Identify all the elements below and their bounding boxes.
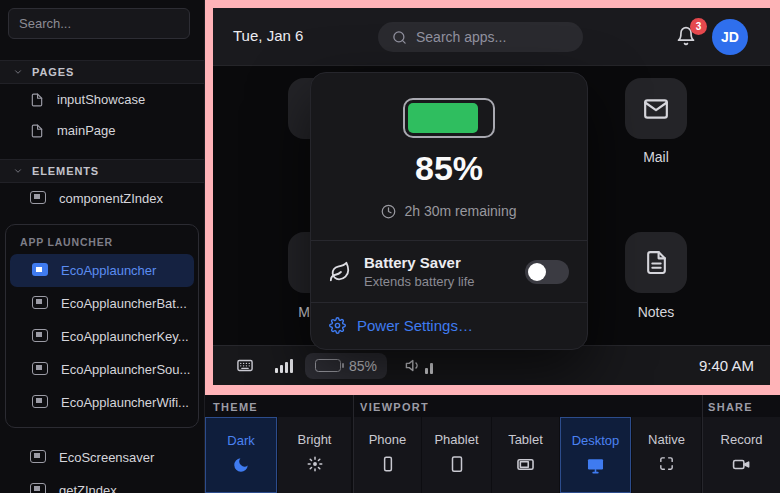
phablet-icon <box>448 455 466 473</box>
component-icon <box>30 483 46 493</box>
mail-icon <box>643 96 669 122</box>
sidebar-item-ecoapplauncherkey[interactable]: EcoApplauncherKey... <box>10 320 194 353</box>
button-label: Desktop <box>572 433 620 448</box>
group-label: APP LAUNCHER <box>10 231 194 254</box>
sidebar-item-label: EcoApplauncher <box>61 263 156 278</box>
section-label: ELEMENTS <box>32 165 99 177</box>
theme-section-label: THEME <box>213 401 258 413</box>
signal-bars-icon[interactable] <box>275 359 293 373</box>
sidebar-item-label: EcoApplauncherSou... <box>61 362 190 377</box>
sidebar-item-label: EcoApplauncherBat... <box>61 296 187 311</box>
sidebar-item-label: EcoApplauncherWifi... <box>61 395 189 410</box>
battery-saver-row: Battery Saver Extends battery life <box>311 241 587 302</box>
viewport-section-label: VIEWPORT <box>360 401 429 413</box>
button-label: Dark <box>227 433 254 448</box>
viewport-desktop-button[interactable]: Desktop <box>560 417 631 493</box>
sidebar-item-label: inputShowcase <box>57 92 145 107</box>
button-label: Phone <box>369 432 407 447</box>
battery-status-button[interactable]: 85% <box>305 353 387 379</box>
power-settings-label: Power Settings… <box>357 317 473 334</box>
theme-dark-button[interactable]: Dark <box>205 417 277 493</box>
date-label: Tue, Jan 6 <box>233 27 303 44</box>
viewport-phablet-button[interactable]: Phablet <box>422 417 491 493</box>
section-label: PAGES <box>32 66 74 78</box>
component-icon <box>32 362 48 378</box>
notes-icon <box>644 250 669 275</box>
gear-icon <box>329 317 346 334</box>
sidebar-item-ecoapplauncherwifi[interactable]: EcoApplauncherWifi... <box>10 386 194 419</box>
search-icon <box>392 30 407 45</box>
sidebar-search-input[interactable] <box>8 8 190 39</box>
desktop-icon <box>586 456 605 475</box>
sidebar-item-label: mainPage <box>57 123 116 138</box>
sun-icon <box>306 455 324 473</box>
app-launcher-group: APP LAUNCHER EcoApplauncher EcoApplaunch… <box>5 224 199 428</box>
section-header-elements[interactable]: ELEMENTS <box>0 159 204 183</box>
file-icon <box>30 93 44 107</box>
sidebar-item-mainpage[interactable]: mainPage <box>0 115 204 146</box>
sidebar-item-inputshowcase[interactable]: inputShowcase <box>0 84 204 115</box>
component-icon <box>32 263 48 279</box>
sidebar-item-label: getZIndex <box>59 483 117 493</box>
app-label-mail: Mail <box>625 149 687 165</box>
volume-button[interactable] <box>405 357 433 374</box>
clock-label: 9:40 AM <box>699 357 754 374</box>
preview-topbar: Tue, Jan 6 3 JD <box>213 8 770 66</box>
battery-saver-title: Battery Saver <box>364 254 475 271</box>
button-label: Native <box>648 432 685 447</box>
keyboard-icon[interactable] <box>235 357 255 374</box>
component-icon <box>30 191 46 207</box>
sidebar-item-ecoscreensaver[interactable]: EcoScreensaver <box>0 441 204 474</box>
viewport-tablet-button[interactable]: Tablet <box>492 417 559 493</box>
section-header-pages[interactable]: PAGES <box>0 60 204 84</box>
volume-bars-icon <box>425 362 433 374</box>
leaf-icon <box>329 261 351 283</box>
battery-icon <box>403 98 495 138</box>
sidebar-item-getzindex[interactable]: getZIndex <box>0 474 204 493</box>
component-icon <box>30 450 46 466</box>
component-icon <box>32 296 48 312</box>
battery-saver-toggle[interactable] <box>525 260 569 284</box>
power-settings-link[interactable]: Power Settings… <box>311 303 587 349</box>
sidebar-item-componentzindex[interactable]: componentZIndex <box>0 183 204 214</box>
app-label-notes: Notes <box>625 304 687 320</box>
viewport-native-button[interactable]: Native <box>632 417 701 493</box>
viewport-phone-button[interactable]: Phone <box>354 417 421 493</box>
dev-toolbar: THEME VIEWPORT SHARE Dark Bright Phone P… <box>205 395 780 493</box>
share-record-button[interactable]: Record <box>703 417 780 493</box>
app-search-input[interactable] <box>416 29 566 45</box>
sidebar-item-label: EcoScreensaver <box>59 450 154 465</box>
battery-saver-subtitle: Extends battery life <box>364 274 475 289</box>
notifications-button[interactable]: 3 <box>676 25 698 49</box>
sidebar-item-ecoapplauncher[interactable]: EcoApplauncher <box>10 254 194 287</box>
file-icon <box>30 124 44 138</box>
button-label: Tablet <box>508 432 543 447</box>
notification-badge: 3 <box>690 18 707 35</box>
clock-icon <box>381 204 396 219</box>
sidebar-item-label: componentZIndex <box>59 191 163 206</box>
video-camera-icon <box>732 455 751 474</box>
battery-remaining: 2h 30m remaining <box>404 203 516 219</box>
sidebar-item-ecoapplaunchersou[interactable]: EcoApplauncherSou... <box>10 353 194 386</box>
theme-bright-button[interactable]: Bright <box>278 417 351 493</box>
preview-frame: Tue, Jan 6 3 JD M <box>205 0 780 395</box>
battery-popover: 85% 2h 30m remaining Battery Saver <box>310 72 588 350</box>
avatar[interactable]: JD <box>712 19 748 55</box>
battery-percent: 85% <box>311 149 587 188</box>
tablet-icon <box>516 455 535 474</box>
app-launcher-preview: Tue, Jan 6 3 JD M <box>213 8 770 385</box>
button-label: Bright <box>298 432 332 447</box>
component-icon <box>32 395 48 411</box>
battery-status-label: 85% <box>349 358 377 374</box>
preview-statusbar: 85% 9:40 AM <box>213 345 770 385</box>
app-tile-notes[interactable] <box>625 232 687 293</box>
button-label: Record <box>721 432 763 447</box>
sidebar-item-label: EcoApplauncherKey... <box>61 329 189 344</box>
chevron-down-icon <box>13 166 23 176</box>
component-icon <box>32 329 48 345</box>
moon-icon <box>232 456 250 474</box>
sidebar-item-ecoapplauncherbat[interactable]: EcoApplauncherBat... <box>10 287 194 320</box>
app-tile-mail[interactable] <box>625 78 687 139</box>
app-search[interactable] <box>378 22 583 52</box>
battery-icon <box>315 359 341 372</box>
